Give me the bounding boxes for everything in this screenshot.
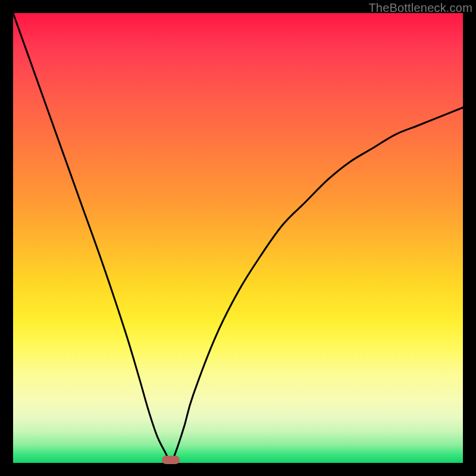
chart-frame xyxy=(13,13,463,463)
watermark-text: TheBottleneck.com xyxy=(368,1,472,15)
chart-gradient-background xyxy=(13,13,463,463)
minimum-marker xyxy=(162,456,180,464)
